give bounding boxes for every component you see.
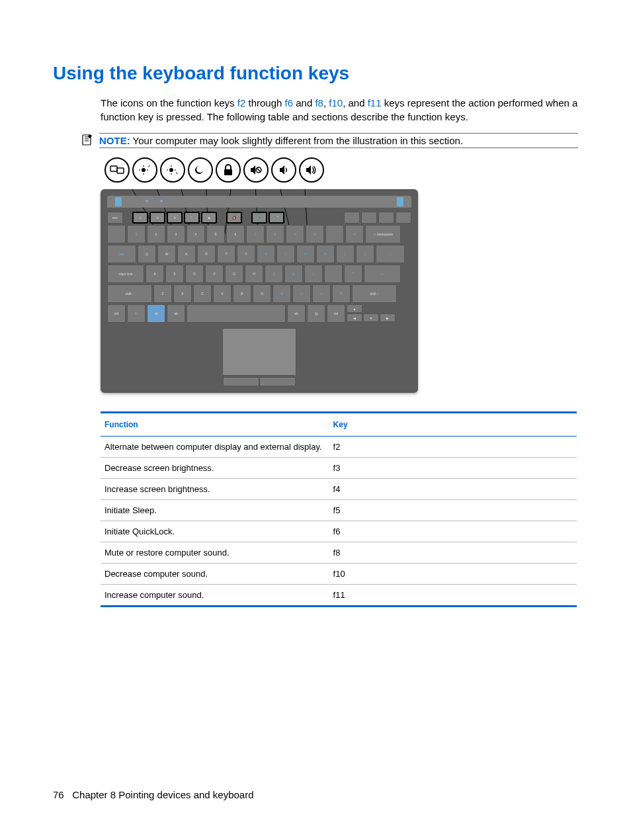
page-footer: 76 Chapter 8 Pointing devices and keyboa… (53, 789, 254, 800)
cell-function: Initiate QuickLock. (101, 521, 329, 542)
key-d: D (185, 265, 204, 283)
note-icon (81, 133, 94, 146)
svg-rect-13 (224, 169, 232, 175)
key-delete (361, 212, 377, 224)
key-8: 8 (266, 225, 284, 243)
key-i: I (276, 245, 295, 263)
key-backtick: ` (107, 225, 126, 243)
intro-t2: and (293, 97, 315, 108)
key-slash: ? (332, 284, 351, 303)
key-capslock: caps lock (107, 265, 144, 283)
key-f4: ☀ (167, 212, 183, 224)
key-prtsc (396, 212, 411, 224)
function-key-table: Function Key Alternate between computer … (101, 411, 577, 607)
intro-t1: through (245, 97, 284, 108)
key-quote: ' (344, 265, 362, 283)
key-lctrl: ctrl (107, 304, 126, 323)
key-f8: 🔇 (226, 212, 242, 224)
key-link-f6[interactable]: f6 (285, 97, 294, 108)
key-u: U (257, 245, 275, 263)
key-period: > (312, 284, 331, 303)
chapter-label: Chapter 8 Pointing devices and keyboard (72, 789, 253, 800)
key-f5: ☾ (184, 212, 200, 224)
mute-icon (243, 157, 269, 183)
key-g: G (225, 265, 243, 283)
key-link-f10[interactable]: f10 (329, 97, 343, 108)
key-lshift: shift ↑ (107, 284, 152, 303)
key-link-f8[interactable]: f8 (315, 97, 323, 108)
touchpad (222, 328, 296, 376)
key-link-f11[interactable]: f11 (368, 97, 382, 108)
svg-point-3 (142, 168, 146, 172)
key-0: 0 (306, 225, 324, 243)
display-switch-icon (105, 157, 130, 183)
cell-key: f11 (329, 585, 577, 607)
key-enter: ↵ (364, 265, 401, 283)
key-6: 6 (226, 225, 245, 243)
svg-point-8 (169, 168, 173, 172)
cell-key: f4 (329, 479, 577, 500)
key-right: ▶ (380, 314, 396, 322)
key-n: N (253, 284, 271, 303)
cell-function: Mute or restore computer sound. (101, 542, 329, 564)
key-z: Z (153, 284, 172, 303)
key-s: S (165, 265, 184, 283)
key-m: M (273, 284, 291, 303)
key-5: 5 (206, 225, 225, 243)
key-backspace: ← backspace (365, 225, 401, 243)
cell-key: f10 (329, 564, 577, 585)
table-row: Mute or restore computer sound.f8 (101, 542, 577, 564)
th-key: Key (329, 413, 577, 437)
key-link-f2[interactable]: f2 (237, 97, 246, 108)
key-y: Y (237, 245, 255, 263)
key-a: A (146, 265, 164, 283)
key-pause (378, 212, 394, 224)
table-row: Decrease screen brightness.f3 (101, 458, 577, 479)
svg-line-15 (257, 168, 261, 172)
key-h: H (245, 265, 263, 283)
page-number: 76 (53, 789, 64, 800)
key-f3: ☀ (149, 212, 165, 224)
key-tab: tab (107, 245, 136, 263)
table-row: Decrease computer sound.f10 (101, 564, 577, 585)
key-win: ⊞ (147, 304, 165, 323)
table-row: Increase screen brightness.f4 (101, 479, 577, 500)
page-heading: Using the keyboard function keys (53, 63, 578, 84)
key-rshift: shift ↑ (352, 284, 397, 303)
sleep-icon (188, 157, 213, 183)
table-row: Initiate QuickLock.f6 (101, 521, 577, 542)
key-k: K (284, 265, 303, 283)
key-7: 7 (246, 225, 265, 243)
intro-paragraph: The icons on the function keys f2 throug… (53, 96, 578, 124)
key-f2: □ (132, 212, 148, 224)
key-e: E (177, 245, 196, 263)
brightness-down-icon (132, 157, 157, 183)
key-f10: 🔉 (251, 212, 267, 224)
cell-function: Increase screen brightness. (101, 479, 329, 500)
note-label: NOTE: (99, 135, 130, 146)
key-v: V (213, 284, 231, 303)
key-r: R (197, 245, 216, 263)
key-left: ◀ (347, 314, 362, 322)
key-semicolon: ; (324, 265, 343, 283)
key-comma: < (292, 284, 311, 303)
key-space (187, 304, 286, 323)
intro-t4: , and (343, 97, 368, 108)
key-l: L (304, 265, 323, 283)
touchpad-buttons (223, 377, 296, 386)
lock-icon (216, 157, 241, 183)
key-q: Q (138, 245, 156, 263)
key-down: ▼ (363, 314, 379, 322)
th-function: Function (101, 413, 329, 437)
cell-key: f2 (329, 437, 577, 458)
key-9: 9 (286, 225, 304, 243)
key-b: B (233, 284, 251, 303)
key-x: X (173, 284, 192, 303)
cell-function: Initiate Sleep. (101, 500, 329, 521)
cell-key: f5 (329, 500, 577, 521)
note-body: Your computer may look slightly differen… (133, 135, 463, 146)
key-3: 3 (167, 225, 185, 243)
volume-up-icon (299, 157, 324, 183)
key-menu: ▤ (307, 304, 325, 323)
table-row: Alternate between computer display and e… (101, 437, 577, 458)
